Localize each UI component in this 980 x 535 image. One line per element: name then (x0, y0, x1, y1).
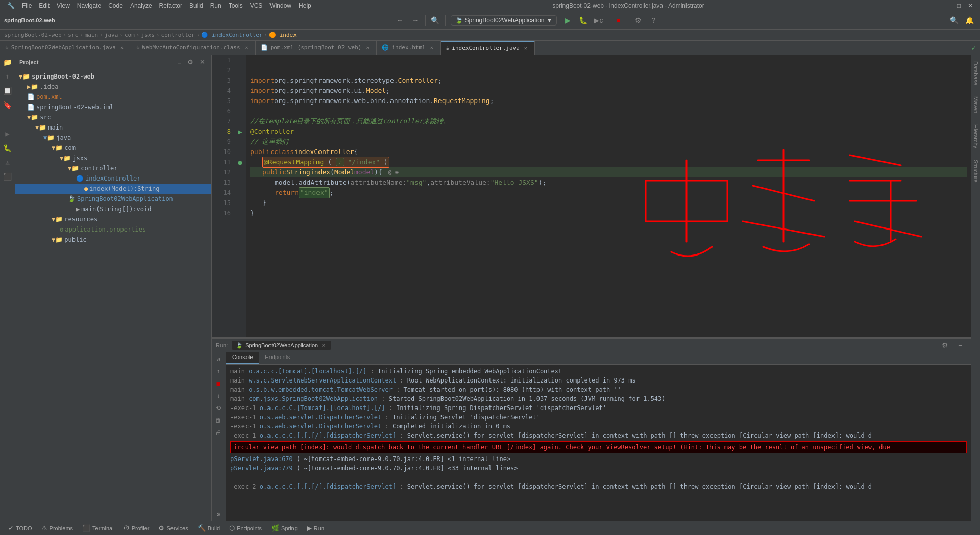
restart-icon[interactable]: ↺ (214, 354, 223, 364)
sidebar-collapse-btn[interactable]: ≡ (175, 57, 183, 67)
breadcrumb-main[interactable]: main (85, 32, 99, 38)
problems-tool-icon[interactable]: ⚠ (3, 157, 13, 167)
right-tab-database[interactable]: Database (972, 57, 980, 89)
right-tab-structure[interactable]: Structure (972, 156, 980, 187)
close-btn[interactable]: ✕ (965, 1, 976, 10)
run-tool-icon[interactable]: ▶ (3, 129, 13, 139)
run-config-selector[interactable]: 🍃 SpringBoot02WebApplication ▼ (451, 15, 557, 26)
breadcrumb-java[interactable]: java (105, 32, 118, 38)
tree-main-method[interactable]: ▶ main(String[]):void (15, 204, 211, 214)
search-btn[interactable]: 🔍 (947, 14, 961, 27)
tree-index-controller-file[interactable]: 🔵 indexController (15, 173, 211, 184)
print-icon[interactable]: 🖨 (214, 428, 223, 437)
tab-close-5[interactable]: ✕ (522, 45, 529, 52)
project-icon[interactable]: 📁 (3, 57, 13, 67)
run-tab-app[interactable]: 🍃 SpringBoot02WebApplication ✕ (232, 341, 331, 350)
tool-profiler[interactable]: ⏱ Profiler (119, 523, 154, 533)
scroll-up-icon[interactable]: ↑ (214, 367, 223, 376)
back-btn[interactable]: ← (394, 14, 407, 27)
minimize-btn[interactable]: ─ (942, 1, 953, 10)
tree-resources[interactable]: ▼📁 resources (15, 214, 211, 224)
tree-springboot-app-file[interactable]: 🍃 SpringBoot02WebApplication (15, 194, 211, 204)
run-with-coverage-btn[interactable]: ▶c (592, 14, 605, 27)
tool-endpoints[interactable]: ⬡ Endpoints (225, 523, 266, 533)
tool-services[interactable]: ⚙ Services (154, 523, 192, 533)
run-settings-btn[interactable]: ⚙ (938, 339, 951, 352)
menu-refactor[interactable]: Refactor (156, 1, 185, 10)
tree-pom-xml[interactable]: 📄 pom.xml (15, 92, 211, 102)
tree-java[interactable]: ▼📁 java (15, 133, 211, 143)
sidebar-settings-btn[interactable]: ⚙ (185, 57, 195, 67)
terminal-tool-icon[interactable]: ⬛ (3, 171, 13, 182)
tree-src[interactable]: ▼📁 src (15, 112, 211, 122)
tree-controller[interactable]: ▼📁 controller (15, 163, 211, 173)
menu-view[interactable]: View (54, 1, 73, 10)
tab-close-2[interactable]: ✕ (243, 44, 250, 52)
run-gutter-icon[interactable]: ▶ (238, 128, 242, 136)
menu-edit[interactable]: Edit (36, 1, 53, 10)
menu-build[interactable]: Build (186, 1, 206, 10)
menu-window[interactable]: Window (266, 1, 295, 10)
right-tab-maven[interactable]: Maven (972, 92, 980, 117)
breadcrumb-project[interactable]: springBoot-02-web (4, 32, 62, 38)
tree-jsxs[interactable]: ▼📁 jsxs (15, 153, 211, 163)
clear-icon[interactable]: 🗑 (214, 416, 223, 425)
maximize-btn[interactable]: □ (954, 1, 964, 10)
breadcrumb-method[interactable]: 🟠 index (269, 32, 297, 38)
tree-springboot-02-web[interactable]: ▼📁 springBoot-02-web (15, 71, 211, 82)
link-2[interactable]: pServlet.java:779 (230, 465, 293, 472)
tree-idea[interactable]: ▶📁 .idea (15, 82, 211, 92)
settings-icon-2[interactable]: ⚙ (214, 509, 223, 519)
menu-navigate[interactable]: Navigate (74, 1, 104, 10)
tab-close-4[interactable]: ✕ (428, 44, 435, 52)
link-1[interactable]: pServlet.java:670 (230, 455, 293, 463)
run-collapse-btn[interactable]: − (953, 339, 967, 352)
tab-close-3[interactable]: ✕ (364, 44, 371, 52)
sidebar-close-btn[interactable]: ✕ (198, 57, 207, 67)
tree-com[interactable]: ▼📁 com (15, 143, 211, 153)
tool-spring[interactable]: 🌿 Spring (267, 523, 302, 533)
tree-iml[interactable]: 📄 springBoot-02-web.iml (15, 102, 211, 112)
console-tab-console[interactable]: Console (226, 352, 259, 364)
tab-springboot-app[interactable]: ☕ SpringBoot02WebApplication.java ✕ (0, 41, 131, 55)
tool-problems[interactable]: ⚠ Problems (37, 523, 77, 533)
soft-wrap-icon[interactable]: ⟲ (214, 403, 223, 413)
gutter-11[interactable]: ● (235, 157, 246, 167)
tool-terminal[interactable]: ⬛ Terminal (78, 523, 118, 533)
debug-btn[interactable]: 🐛 (576, 14, 590, 27)
tab-webmvc[interactable]: ☕ WebMvcAutoConfiguration.class ✕ (131, 41, 256, 55)
menu-file[interactable]: File (19, 1, 35, 10)
tool-run[interactable]: ▶ Run (303, 523, 328, 533)
tab-close-1[interactable]: ✕ (118, 44, 126, 52)
breadcrumb-jsxs[interactable]: jsxs (141, 32, 155, 38)
debug-tool-icon[interactable]: 🐛 (3, 143, 13, 153)
tree-public[interactable]: ▼📁 public (15, 235, 211, 245)
right-tab-hierarchy[interactable]: Hierarchy (972, 120, 980, 152)
tab-index-controller[interactable]: ☕ indexController.java ✕ (441, 41, 535, 55)
breadcrumb-file[interactable]: 🔵 indexController (201, 32, 262, 38)
tab-index-html[interactable]: 🌐 index.html ✕ (377, 41, 440, 55)
menu-run[interactable]: Run (207, 1, 225, 10)
run-gutter-icon-2[interactable]: ● (238, 158, 242, 166)
settings-btn[interactable]: ⚙ (631, 14, 645, 27)
breadcrumb-src[interactable]: src (68, 32, 78, 38)
tool-todo[interactable]: ✓ TODO (4, 523, 36, 533)
stop-icon[interactable]: ■ (214, 379, 223, 388)
menu-help[interactable]: Help (296, 1, 314, 10)
menu-vcs[interactable]: VCS (247, 1, 266, 10)
tree-app-properties[interactable]: ⚙ application.properties (15, 224, 211, 235)
run-btn[interactable]: ▶ (561, 14, 574, 27)
tool-build[interactable]: 🔨 Build (193, 523, 224, 533)
menu-code[interactable]: Code (105, 1, 126, 10)
tree-index-method[interactable]: ● index(Model):String (15, 184, 211, 194)
scroll-down-icon[interactable]: ↓ (214, 391, 223, 400)
tree-main[interactable]: ▼📁 main (15, 122, 211, 133)
run-tab-close[interactable]: ✕ (320, 342, 327, 349)
breadcrumb-com[interactable]: com (125, 32, 135, 38)
notifications-btn[interactable]: 🔔 (963, 14, 976, 27)
tab-pom[interactable]: 📄 pom.xml (springBoot-02-web) ✕ (256, 41, 377, 55)
forward-btn[interactable]: → (409, 14, 422, 27)
menu-analyze[interactable]: Analyze (127, 1, 155, 10)
stop-btn[interactable]: ■ (611, 14, 625, 27)
code-area[interactable]: import org.springframework.stereotype. C… (246, 55, 971, 337)
